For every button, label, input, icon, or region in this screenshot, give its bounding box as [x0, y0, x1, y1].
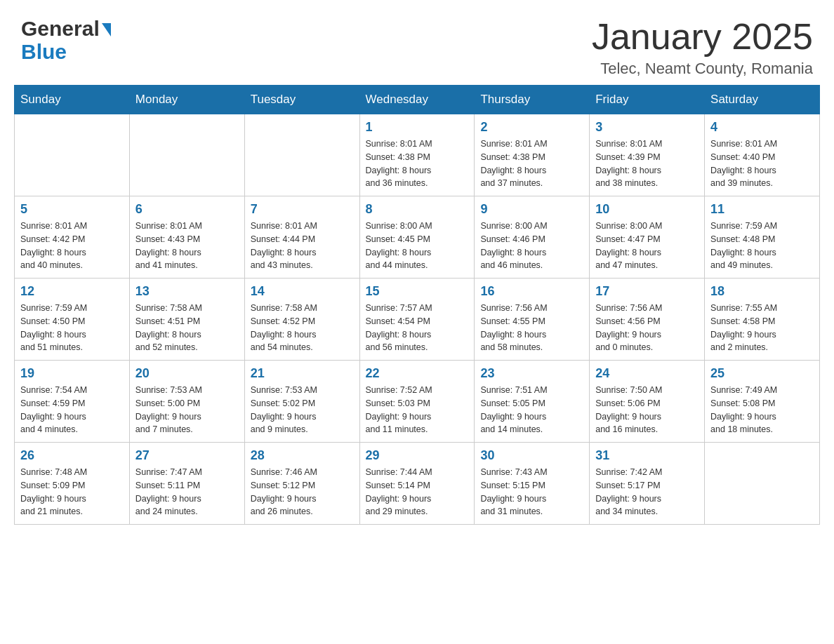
day-number: 18: [710, 284, 814, 299]
col-wednesday: Wednesday: [359, 86, 475, 114]
day-number: 26: [20, 448, 124, 463]
day-number: 23: [480, 366, 583, 381]
day-number: 25: [710, 366, 814, 381]
day-number: 27: [135, 448, 239, 463]
logo: General Blue: [21, 17, 111, 63]
day-number: 15: [366, 284, 469, 299]
col-monday: Monday: [129, 86, 244, 114]
calendar-week-1: 1Sunrise: 8:01 AM Sunset: 4:38 PM Daylig…: [15, 114, 820, 196]
day-info: Sunrise: 7:48 AM Sunset: 5:09 PM Dayligh…: [20, 466, 124, 518]
day-info: Sunrise: 8:01 AM Sunset: 4:40 PM Dayligh…: [710, 137, 814, 190]
day-info: Sunrise: 8:01 AM Sunset: 4:38 PM Dayligh…: [480, 137, 583, 190]
day-info: Sunrise: 8:01 AM Sunset: 4:43 PM Dayligh…: [135, 220, 239, 272]
day-number: 8: [366, 202, 469, 217]
day-info: Sunrise: 7:50 AM Sunset: 5:06 PM Dayligh…: [595, 384, 699, 436]
day-number: 29: [366, 448, 469, 463]
day-info: Sunrise: 7:56 AM Sunset: 4:55 PM Dayligh…: [480, 302, 583, 354]
day-info: Sunrise: 8:00 AM Sunset: 4:46 PM Dayligh…: [480, 220, 583, 272]
logo-triangle-icon: [102, 23, 111, 36]
calendar-cell: 16Sunrise: 7:56 AM Sunset: 4:55 PM Dayli…: [475, 279, 590, 361]
day-number: 14: [251, 284, 354, 299]
calendar-cell: 3Sunrise: 8:01 AM Sunset: 4:39 PM Daylig…: [590, 114, 705, 196]
calendar-cell: [129, 114, 244, 196]
calendar-cell: 31Sunrise: 7:42 AM Sunset: 5:17 PM Dayli…: [590, 443, 705, 525]
calendar-cell: 27Sunrise: 7:47 AM Sunset: 5:11 PM Dayli…: [129, 443, 244, 525]
day-info: Sunrise: 7:54 AM Sunset: 4:59 PM Dayligh…: [20, 384, 124, 436]
day-number: 13: [135, 284, 239, 299]
calendar-cell: 2Sunrise: 8:01 AM Sunset: 4:38 PM Daylig…: [475, 114, 590, 196]
calendar-cell: 4Sunrise: 8:01 AM Sunset: 4:40 PM Daylig…: [705, 114, 820, 196]
page-header: General Blue January 2025 Telec, Neamt C…: [0, 0, 834, 85]
day-info: Sunrise: 7:53 AM Sunset: 5:00 PM Dayligh…: [135, 384, 239, 436]
day-info: Sunrise: 7:47 AM Sunset: 5:11 PM Dayligh…: [135, 466, 239, 518]
logo-text: General Blue: [21, 17, 111, 63]
calendar-header: Sunday Monday Tuesday Wednesday Thursday…: [15, 86, 820, 114]
day-number: 19: [20, 366, 124, 381]
calendar-cell: [15, 114, 130, 196]
day-info: Sunrise: 7:59 AM Sunset: 4:50 PM Dayligh…: [20, 302, 124, 354]
calendar-wrapper: Sunday Monday Tuesday Wednesday Thursday…: [0, 85, 834, 539]
day-number: 16: [480, 284, 583, 299]
calendar-cell: 21Sunrise: 7:53 AM Sunset: 5:02 PM Dayli…: [244, 361, 359, 443]
calendar-cell: 29Sunrise: 7:44 AM Sunset: 5:14 PM Dayli…: [359, 443, 475, 525]
day-info: Sunrise: 7:59 AM Sunset: 4:48 PM Dayligh…: [710, 220, 814, 272]
main-title: January 2025: [592, 17, 813, 57]
logo-blue-label: Blue: [21, 40, 111, 63]
day-info: Sunrise: 8:01 AM Sunset: 4:42 PM Dayligh…: [20, 220, 124, 272]
day-number: 3: [595, 120, 699, 135]
day-number: 5: [20, 202, 124, 217]
calendar-cell: 9Sunrise: 8:00 AM Sunset: 4:46 PM Daylig…: [475, 196, 590, 279]
day-info: Sunrise: 7:55 AM Sunset: 4:58 PM Dayligh…: [710, 302, 814, 354]
calendar-cell: 13Sunrise: 7:58 AM Sunset: 4:51 PM Dayli…: [129, 279, 244, 361]
calendar-cell: 17Sunrise: 7:56 AM Sunset: 4:56 PM Dayli…: [590, 279, 705, 361]
calendar-cell: 23Sunrise: 7:51 AM Sunset: 5:05 PM Dayli…: [475, 361, 590, 443]
day-number: 22: [366, 366, 469, 381]
day-info: Sunrise: 7:56 AM Sunset: 4:56 PM Dayligh…: [595, 302, 699, 354]
day-number: 21: [251, 366, 354, 381]
col-sunday: Sunday: [15, 86, 130, 114]
day-info: Sunrise: 7:58 AM Sunset: 4:52 PM Dayligh…: [251, 302, 354, 354]
col-friday: Friday: [590, 86, 705, 114]
calendar-week-4: 19Sunrise: 7:54 AM Sunset: 4:59 PM Dayli…: [15, 361, 820, 443]
day-info: Sunrise: 7:57 AM Sunset: 4:54 PM Dayligh…: [366, 302, 469, 354]
day-info: Sunrise: 7:52 AM Sunset: 5:03 PM Dayligh…: [366, 384, 469, 436]
calendar-cell: 12Sunrise: 7:59 AM Sunset: 4:50 PM Dayli…: [15, 279, 130, 361]
calendar-cell: [244, 114, 359, 196]
day-info: Sunrise: 7:43 AM Sunset: 5:15 PM Dayligh…: [480, 466, 583, 518]
calendar-cell: 24Sunrise: 7:50 AM Sunset: 5:06 PM Dayli…: [590, 361, 705, 443]
day-info: Sunrise: 8:01 AM Sunset: 4:44 PM Dayligh…: [251, 220, 354, 272]
col-saturday: Saturday: [705, 86, 820, 114]
day-number: 30: [480, 448, 583, 463]
day-number: 7: [251, 202, 354, 217]
calendar-table: Sunday Monday Tuesday Wednesday Thursday…: [14, 85, 820, 525]
calendar-cell: 15Sunrise: 7:57 AM Sunset: 4:54 PM Dayli…: [359, 279, 475, 361]
subtitle: Telec, Neamt County, Romania: [592, 60, 813, 78]
day-info: Sunrise: 7:49 AM Sunset: 5:08 PM Dayligh…: [710, 384, 814, 436]
col-thursday: Thursday: [475, 86, 590, 114]
day-info: Sunrise: 7:51 AM Sunset: 5:05 PM Dayligh…: [480, 384, 583, 436]
calendar-cell: 28Sunrise: 7:46 AM Sunset: 5:12 PM Dayli…: [244, 443, 359, 525]
day-number: 2: [480, 120, 583, 135]
calendar-cell: 22Sunrise: 7:52 AM Sunset: 5:03 PM Dayli…: [359, 361, 475, 443]
calendar-cell: [705, 443, 820, 525]
title-block: January 2025 Telec, Neamt County, Romani…: [592, 17, 813, 78]
day-number: 31: [595, 448, 699, 463]
col-tuesday: Tuesday: [244, 86, 359, 114]
calendar-cell: 14Sunrise: 7:58 AM Sunset: 4:52 PM Dayli…: [244, 279, 359, 361]
calendar-cell: 10Sunrise: 8:00 AM Sunset: 4:47 PM Dayli…: [590, 196, 705, 279]
calendar-week-2: 5Sunrise: 8:01 AM Sunset: 4:42 PM Daylig…: [15, 196, 820, 279]
day-number: 9: [480, 202, 583, 217]
calendar-cell: 7Sunrise: 8:01 AM Sunset: 4:44 PM Daylig…: [244, 196, 359, 279]
day-number: 12: [20, 284, 124, 299]
day-info: Sunrise: 8:00 AM Sunset: 4:45 PM Dayligh…: [366, 220, 469, 272]
calendar-cell: 6Sunrise: 8:01 AM Sunset: 4:43 PM Daylig…: [129, 196, 244, 279]
calendar-cell: 18Sunrise: 7:55 AM Sunset: 4:58 PM Dayli…: [705, 279, 820, 361]
logo-general-label: General: [21, 17, 100, 40]
calendar-cell: 11Sunrise: 7:59 AM Sunset: 4:48 PM Dayli…: [705, 196, 820, 279]
calendar-cell: 5Sunrise: 8:01 AM Sunset: 4:42 PM Daylig…: [15, 196, 130, 279]
calendar-cell: 1Sunrise: 8:01 AM Sunset: 4:38 PM Daylig…: [359, 114, 475, 196]
day-info: Sunrise: 8:01 AM Sunset: 4:38 PM Dayligh…: [366, 137, 469, 190]
calendar-cell: 20Sunrise: 7:53 AM Sunset: 5:00 PM Dayli…: [129, 361, 244, 443]
calendar-cell: 25Sunrise: 7:49 AM Sunset: 5:08 PM Dayli…: [705, 361, 820, 443]
day-info: Sunrise: 7:42 AM Sunset: 5:17 PM Dayligh…: [595, 466, 699, 518]
